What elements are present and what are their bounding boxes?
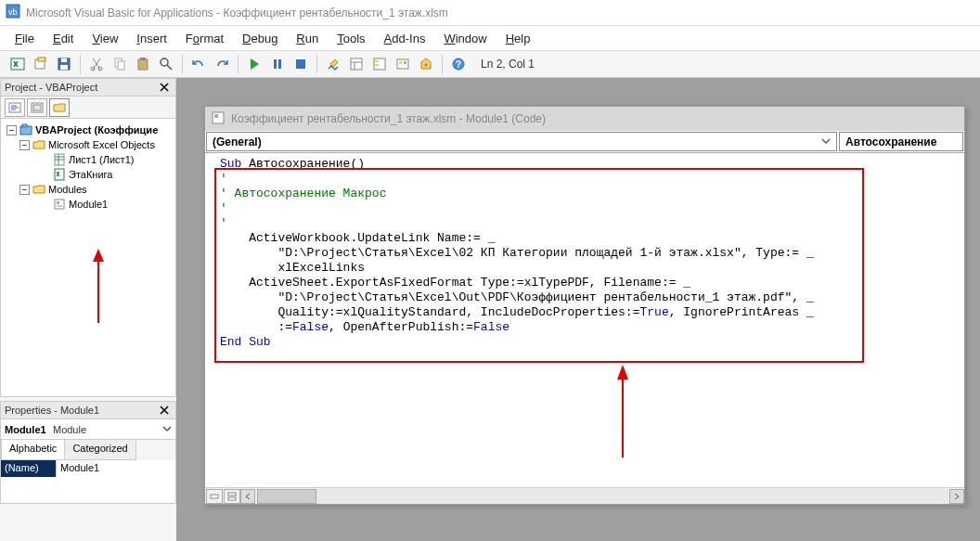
full-module-view-button[interactable]: [224, 489, 240, 504]
menu-bar: File Edit View Insert Format Debug Run T…: [0, 26, 980, 50]
menu-file[interactable]: File: [15, 32, 34, 45]
properties-object-select[interactable]: Module1 Module: [0, 419, 176, 440]
tree-sheet1[interactable]: Лист1 (Лист1): [3, 152, 174, 167]
code-window-titlebar[interactable]: Коэффициент рентабельности_1 этаж.xlsm -…: [205, 107, 964, 131]
menu-edit[interactable]: Edit: [53, 32, 73, 45]
break-button[interactable]: [267, 54, 288, 74]
code-window-title: Коэффициент рентабельности_1 этаж.xlsm -…: [231, 112, 546, 125]
module-icon: [53, 198, 66, 211]
properties-panel-close[interactable]: [157, 403, 172, 418]
paste-button[interactable]: [133, 54, 153, 74]
tree-excel-objects-label: Microsoft Excel Objects: [48, 139, 155, 150]
horizontal-scrollbar[interactable]: [257, 489, 949, 504]
view-object-button[interactable]: [27, 98, 47, 117]
tree-module1[interactable]: Module1: [3, 197, 174, 212]
menu-tools[interactable]: Tools: [337, 32, 365, 45]
project-explorer-button[interactable]: [346, 54, 367, 74]
help-button[interactable]: ?: [448, 54, 469, 74]
menu-help[interactable]: Help: [506, 32, 531, 45]
svg-rect-6: [61, 58, 67, 62]
menu-view[interactable]: View: [92, 32, 118, 45]
menu-addins[interactable]: Add-Ins: [384, 32, 426, 45]
project-tree[interactable]: − VBAProject (Коэффицие − Microsoft Exce…: [0, 119, 176, 397]
svg-rect-51: [228, 497, 236, 500]
scroll-thumb[interactable]: [257, 489, 316, 504]
annotation-arrow-right: [613, 365, 632, 462]
prop-row-name[interactable]: (Name) Module1: [1, 460, 175, 477]
svg-rect-25: [397, 59, 408, 69]
object-dropdown[interactable]: (General): [206, 132, 837, 151]
tree-thisbook-label: ЭтаКнига: [69, 169, 112, 180]
design-mode-button[interactable]: [323, 54, 343, 74]
menu-run[interactable]: Run: [296, 32, 318, 45]
procedure-dropdown[interactable]: Автосохранение: [839, 132, 963, 151]
properties-panel-header: Properties - Module1: [0, 401, 176, 419]
run-button[interactable]: [244, 54, 264, 74]
svg-rect-13: [140, 58, 146, 60]
menu-window[interactable]: Window: [444, 32, 486, 45]
svg-point-8: [91, 67, 95, 71]
annotation-arrow-left: [89, 249, 108, 325]
tree-module1-label: Module1: [69, 199, 108, 210]
menu-debug[interactable]: Debug: [242, 32, 277, 45]
svg-rect-12: [138, 59, 148, 70]
toolbox-button[interactable]: [416, 54, 436, 74]
svg-rect-24: [375, 64, 379, 66]
view-excel-button[interactable]: [7, 54, 28, 74]
chevron-down-icon[interactable]: [821, 135, 831, 148]
properties-grid: (Name) Module1: [0, 460, 176, 504]
svg-rect-4: [38, 58, 45, 61]
toggle-folders-button[interactable]: [49, 98, 70, 117]
prop-object-name: Module1: [5, 424, 46, 435]
code-window: Коэффициент рентабельности_1 этаж.xlsm -…: [204, 106, 965, 505]
scroll-left-button[interactable]: [240, 489, 255, 504]
worksheet-icon: [53, 153, 66, 166]
tree-thisbook[interactable]: ЭтаКнига: [3, 167, 174, 182]
tree-modules[interactable]: − Modules: [3, 182, 174, 197]
menu-insert[interactable]: Insert: [136, 32, 167, 45]
app-title: Microsoft Visual Basic for Applications …: [26, 6, 448, 19]
svg-rect-16: [274, 59, 277, 69]
tab-categorized[interactable]: Categorized: [64, 440, 135, 460]
tree-excel-objects[interactable]: − Microsoft Excel Objects: [3, 137, 174, 152]
tree-modules-label: Modules: [48, 184, 87, 195]
expand-icon[interactable]: −: [6, 125, 17, 135]
prop-object-type: Module: [53, 424, 86, 435]
svg-rect-19: [351, 58, 362, 70]
expand-icon[interactable]: −: [19, 185, 30, 195]
svg-rect-7: [60, 65, 68, 70]
chevron-down-icon[interactable]: [162, 423, 172, 436]
svg-rect-23: [375, 60, 379, 62]
project-panel-close[interactable]: [157, 80, 172, 95]
svg-rect-46: [57, 205, 62, 207]
redo-button[interactable]: [212, 54, 232, 74]
cut-button[interactable]: [86, 54, 107, 74]
menu-format[interactable]: Format: [186, 32, 224, 45]
expand-icon[interactable]: −: [19, 140, 30, 150]
svg-rect-43: [55, 169, 64, 180]
svg-rect-26: [399, 61, 402, 64]
code-statusbar: [205, 487, 964, 504]
view-code-button[interactable]: [5, 98, 25, 117]
insert-button[interactable]: [31, 54, 51, 74]
properties-button[interactable]: [369, 54, 390, 74]
svg-rect-45: [57, 201, 59, 204]
copy-button[interactable]: [110, 54, 130, 74]
svg-rect-18: [296, 59, 305, 69]
save-button[interactable]: [54, 54, 74, 74]
project-panel-header: Project - VBAProject: [0, 78, 176, 97]
left-panels: Project - VBAProject − VBAProject (Коэфф…: [0, 78, 176, 541]
vba-app-icon: vb: [6, 4, 20, 21]
undo-button[interactable]: [188, 54, 209, 74]
find-button[interactable]: [156, 54, 176, 74]
tree-root[interactable]: − VBAProject (Коэффицие: [3, 122, 174, 137]
title-bar: vb Microsoft Visual Basic for Applicatio…: [0, 0, 980, 26]
prop-val-name[interactable]: Module1: [57, 460, 175, 477]
code-editor[interactable]: Sub Автосохранение() ' ' Автосохранение …: [205, 153, 964, 487]
tab-alphabetic[interactable]: Alphabetic: [1, 440, 65, 460]
object-browser-button[interactable]: [393, 54, 413, 74]
reset-button[interactable]: [290, 54, 311, 74]
procedure-view-button[interactable]: [206, 489, 223, 504]
scroll-right-button[interactable]: [949, 489, 964, 504]
svg-rect-50: [228, 493, 236, 496]
